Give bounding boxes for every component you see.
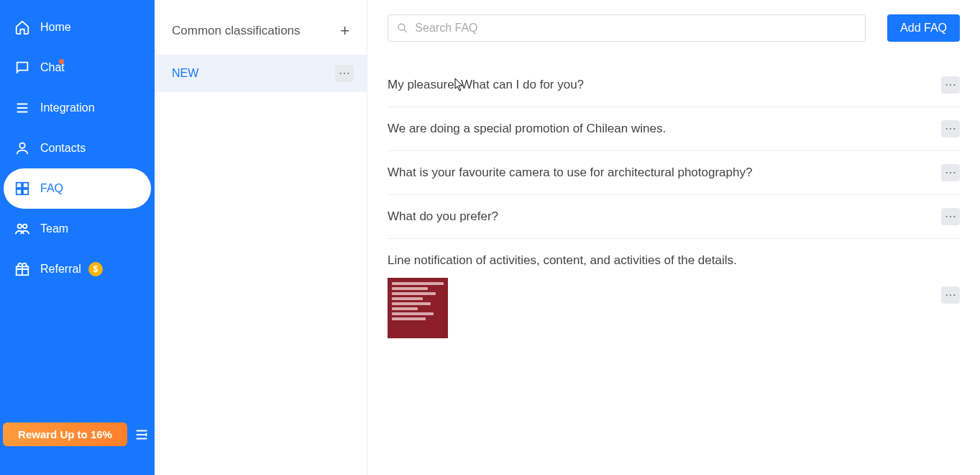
svg-rect-1 [17,183,22,188]
faq-more-button[interactable]: ⋯ [941,286,960,304]
integration-icon [14,100,30,116]
nav-label: Home [40,21,71,34]
nav-label: Team [40,222,68,235]
sidebar-bottom: Reward Up to 16% [3,422,152,446]
faq-row[interactable]: Line notification of activities, content… [388,239,960,351]
nav-label: Contacts [40,142,86,155]
svg-point-8 [398,24,405,30]
classification-item[interactable]: NEW ⋯ [155,55,367,92]
svg-point-5 [18,225,22,229]
main-content: Add FAQ My pleasure. What can I do for y… [367,0,980,475]
svg-point-0 [19,143,24,148]
faq-body: Line notification of activities, content… [388,252,941,338]
coin-icon: $ [88,262,103,276]
faq-icon [14,181,30,196]
nav-faq[interactable]: FAQ [4,168,151,209]
nav-contacts[interactable]: Contacts [0,128,155,168]
classification-list: NEW ⋯ [155,55,367,92]
team-icon [14,221,30,237]
nav-team[interactable]: Team [0,209,155,249]
search-input[interactable] [415,22,856,35]
classification-panel: Common classifications + NEW ⋯ [155,0,367,475]
notification-dot [59,59,64,64]
home-icon [14,19,30,35]
gift-icon [14,261,30,277]
nav-home[interactable]: Home [0,7,155,48]
svg-rect-2 [23,183,28,188]
contact-icon [14,140,30,156]
faq-text: We are doing a special promotion of Chil… [388,120,941,137]
classification-more-button[interactable]: ⋯ [335,65,354,82]
faq-row[interactable]: What do you prefer? ⋯ [388,195,960,239]
toolbar: Add FAQ [388,14,960,42]
faq-row[interactable]: We are doing a special promotion of Chil… [388,107,960,151]
search-wrap[interactable] [388,14,866,42]
add-faq-button[interactable]: Add FAQ [887,14,960,42]
faq-more-button[interactable]: ⋯ [941,164,960,181]
svg-point-6 [23,225,27,229]
collapse-sidebar-button[interactable] [132,425,152,445]
svg-rect-4 [23,189,28,194]
nav-referral[interactable]: Referral $ [0,249,155,289]
nav-label: FAQ [40,182,63,195]
faq-row[interactable]: My pleasure. What can I do for you? ⋯ [388,63,960,107]
nav-label: Referral [40,263,81,276]
faq-list: My pleasure. What can I do for you? ⋯ We… [388,63,960,351]
faq-text: My pleasure. What can I do for you? [388,76,941,94]
panel-header: Common classifications + [155,0,367,55]
add-classification-button[interactable]: + [340,22,349,40]
faq-text: What is your favourite camera to use for… [388,164,941,181]
reward-banner[interactable]: Reward Up to 16% [3,422,127,446]
sidebar: Home Chat Integration Contacts FAQ Team [0,0,155,475]
panel-title: Common classifications [172,24,301,38]
faq-thumbnail[interactable] [388,278,448,338]
faq-row[interactable]: What is your favourite camera to use for… [388,151,960,195]
faq-text: Line notification of activities, content… [388,252,941,269]
faq-more-button[interactable]: ⋯ [941,120,960,137]
classification-label: NEW [172,67,198,80]
nav-chat[interactable]: Chat [0,48,155,88]
faq-more-button[interactable]: ⋯ [941,76,960,94]
nav-integration[interactable]: Integration [0,88,155,128]
faq-more-button[interactable]: ⋯ [941,208,960,225]
chat-icon [14,60,30,76]
search-icon [397,22,408,34]
svg-rect-3 [17,189,22,194]
nav-label: Integration [40,101,95,114]
faq-text: What do you prefer? [388,208,941,225]
